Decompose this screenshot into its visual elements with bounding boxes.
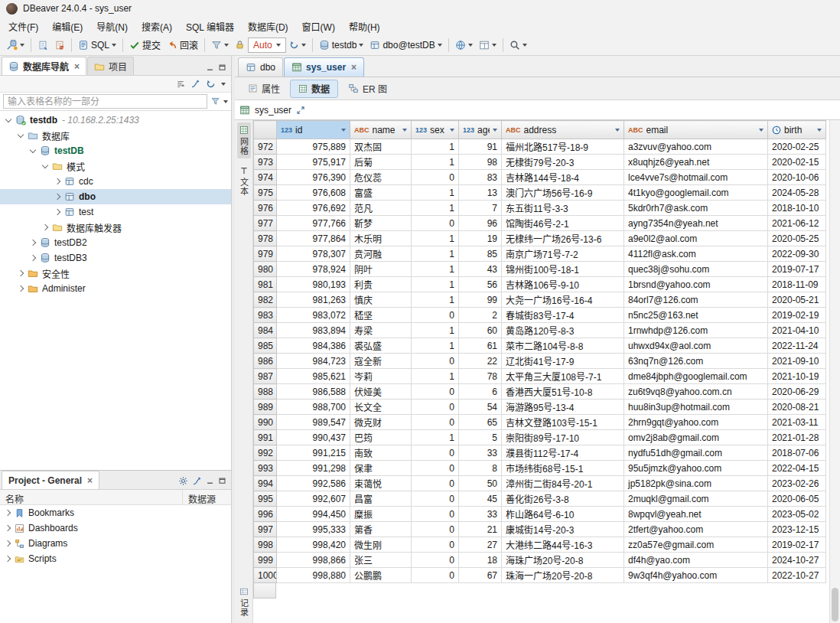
grid-cell[interactable]: 976,608 [277,185,350,201]
grid-cell[interactable]: 0 [412,308,459,323]
grid-cell[interactable]: 0 [412,553,459,568]
row-number-cell[interactable]: 976 [254,201,277,216]
grid-cell[interactable]: 2020-08-21 [768,400,826,415]
grid-cell[interactable]: 983,072 [277,308,350,323]
grid-cell[interactable]: 第香 [350,522,412,537]
lock-connection-button[interactable] [232,37,248,54]
refresh-tree-icon[interactable] [206,79,216,89]
grid-cell[interactable]: 992,586 [277,476,350,491]
row-number-cell[interactable]: 995 [254,491,277,507]
column-header-birth[interactable]: birth [768,121,826,139]
grid-cell[interactable]: 张三 [350,553,412,568]
grid-cell[interactable]: 19 [459,231,502,246]
settings-gear-icon[interactable] [178,476,188,486]
grid-cell[interactable]: 976,692 [277,201,350,216]
grid-cell[interactable]: 4112fl@ask.com [624,246,768,262]
grid-cell[interactable]: 983,894 [277,323,350,338]
grid-cell[interactable]: nydfu51dh@gmail.com [624,445,768,461]
grid-cell[interactable]: 5kdr0rh7@ask.com [624,201,768,216]
grid-cell[interactable]: 43 [459,262,502,277]
grid-cell[interactable]: 975,889 [277,139,350,155]
grid-cell[interactable]: 54 [459,400,502,415]
grid-cell[interactable]: 84orl7@126.com [624,292,768,308]
grid-cell[interactable]: 2024-10-27 [768,553,826,568]
navigator-tab-database-navigator[interactable]: 数据库导航× [2,57,86,75]
grid-cell[interactable]: 春城街83号-17-4 [502,308,624,323]
expander-icon[interactable] [30,255,36,261]
grid-cell[interactable]: 2020-06-29 [768,384,826,400]
grid-cell[interactable]: 2tfert@yahoo.com [624,522,768,537]
menu-item-6[interactable]: 窗口(W) [295,17,342,34]
grid-cell[interactable]: 福州北路517号-18-9 [502,139,624,155]
expander-icon[interactable] [5,540,11,546]
grid-cell[interactable]: 998,880 [277,568,350,583]
filter-caret-icon[interactable] [402,129,407,132]
grid-cell[interactable]: 保聿 [350,461,412,476]
grid-cell[interactable]: 海游路95号-13-4 [502,400,624,415]
minimize-view-icon[interactable] [206,64,214,72]
tab-properties[interactable]: 属性 [239,80,288,98]
grid-cell[interactable]: 0 [412,384,459,400]
grid-cell[interactable]: 木乐明 [350,231,412,246]
row-number-cell[interactable]: 989 [254,400,277,415]
grid-cell[interactable]: 无棣纬一广场26号-13-6 [502,231,624,246]
connection-select[interactable]: testdb [316,37,367,54]
navigator-tab-projects[interactable]: 项目 [87,57,134,75]
grid-cell[interactable]: 束蔼悦 [350,476,412,491]
expander-icon[interactable] [5,525,11,531]
window-layout-button[interactable] [476,37,500,54]
grid-cell[interactable]: 伏娅美 [350,384,412,400]
filter-caret-icon[interactable] [450,129,454,132]
grid-cell[interactable]: 糜振 [350,507,412,522]
row-number-cell[interactable]: 977 [254,216,277,231]
grid-cell[interactable]: uhwxd94x@aol.com [624,338,768,354]
grid-cell[interactable]: 2021-01-28 [768,430,826,445]
grid-cell[interactable]: 2hrn9gqt@yahoo.com [624,415,768,430]
filter-table-name[interactable]: sys_user [255,105,291,116]
grid-cell[interactable]: 靳梦 [350,216,412,231]
row-number-cell[interactable]: 981 [254,277,277,292]
grid-cell[interactable]: 黄岛路120号-8-3 [502,323,624,338]
grid-cell[interactable]: 危仪蕊 [350,170,412,185]
grid-cell[interactable]: 贲河融 [350,246,412,262]
grid-cell[interactable]: 裘弘盛 [350,338,412,354]
presentation-tab-text[interactable]: 文本 [237,163,251,199]
grid-cell[interactable]: 濮县街112号-17-4 [502,445,624,461]
expander-icon[interactable] [30,147,36,153]
row-number-cell[interactable]: 992 [254,445,277,461]
tree-item-cdc[interactable]: cdc [0,174,231,189]
expander-icon[interactable] [42,162,48,168]
grid-cell[interactable]: 985,621 [277,369,350,384]
tree-item-administer[interactable]: Administer [0,281,231,296]
grid-cell[interactable]: 21 [459,522,502,537]
grid-cell[interactable]: 吉林路106号-9-10 [502,277,624,292]
row-number-cell[interactable]: 1000 [254,568,277,583]
row-number-cell[interactable]: 998 [254,537,277,553]
grid-cell[interactable]: 0 [412,400,459,415]
grid-cell[interactable]: 977,766 [277,216,350,231]
table-search-input[interactable] [3,94,207,109]
grid-cell[interactable]: 22 [459,354,502,369]
row-number-cell[interactable]: 973 [254,155,277,170]
presentation-tab-grid[interactable]: 网格 [237,122,251,158]
grid-cell[interactable]: 980,193 [277,277,350,292]
grid-cell[interactable]: 998,866 [277,553,350,568]
grid-cell[interactable]: 1 [412,338,459,354]
grid-cell[interactable]: 1 [412,155,459,170]
grid-cell[interactable]: 1 [412,430,459,445]
grid-cell[interactable]: 8wpqvl@yeah.net [624,507,768,522]
grid-cell[interactable]: 0 [412,491,459,507]
grid-cell[interactable]: 0 [412,415,459,430]
grid-cell[interactable]: 善化街26号-3-8 [502,491,624,507]
grid-cell[interactable]: 0 [412,216,459,231]
grid-cell[interactable]: zu6t9vq8@yahoo.com.cn [624,384,768,400]
grid-cell[interactable]: 2020-06-05 [768,491,826,507]
transaction-mode-select[interactable]: Auto [248,38,286,53]
expander-icon[interactable] [5,510,11,516]
row-number-cell[interactable]: 999 [254,553,277,568]
grid-cell[interactable]: 2021-04-10 [768,323,826,338]
commit-button[interactable]: 提交 [126,37,164,54]
grid-cell[interactable]: 1 [412,201,459,216]
projects-tab[interactable]: Project - General × [2,471,99,489]
expand-filter-icon[interactable] [296,106,305,115]
